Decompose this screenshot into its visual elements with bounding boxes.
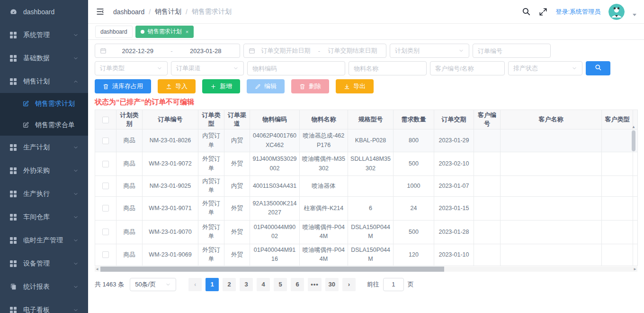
fullscreen-icon[interactable]: [539, 8, 547, 16]
cell-order-type: 外贸订单: [198, 196, 224, 220]
close-icon[interactable]: ×: [186, 29, 188, 35]
button-label: 编辑: [264, 82, 277, 91]
page-button-5[interactable]: 5: [274, 278, 287, 291]
row-checkbox[interactable]: [102, 205, 109, 212]
next-page-button[interactable]: ›: [342, 278, 356, 291]
cell-spec-model: [348, 176, 394, 197]
sidebar-item-sales-plan[interactable]: 销售计划: [0, 70, 88, 93]
scroll-right-arrow[interactable]: ►: [633, 267, 637, 272]
chevron-down-icon: [73, 55, 79, 61]
plan-type-select[interactable]: 计划类别: [390, 44, 469, 58]
grid-icon: [9, 32, 17, 38]
sidebar-item-label: 销售需求计划: [35, 100, 79, 108]
sidebar-item-label: 外协采购: [23, 166, 73, 175]
order-channel-select[interactable]: 订单渠道: [171, 61, 244, 75]
col-order-no: 订单编号: [143, 110, 198, 129]
scroll-up-arrow[interactable]: ▲: [631, 125, 636, 129]
row-checkbox[interactable]: [102, 251, 109, 258]
search-button[interactable]: [586, 61, 610, 75]
page-button-3[interactable]: 3: [240, 278, 253, 291]
prev-page-button[interactable]: ‹: [188, 278, 202, 291]
sidebar-item-dashboard[interactable]: dashboard: [0, 0, 88, 23]
delivery-date-range-picker[interactable]: 订单交期开始日期 - 订单交期结束日期: [243, 44, 386, 58]
order-type-select[interactable]: 订单类型: [95, 61, 168, 75]
sidebar-item-label: 临时生产管理: [23, 236, 73, 245]
cell-customer-no: [474, 176, 501, 197]
sidebar-item-label: 生产执行: [23, 190, 73, 198]
table-row[interactable]: 商品NM-23-01-9025内贸订单内贸40011S034A431喷油器体10…: [95, 176, 638, 197]
grid-icon: [9, 237, 17, 244]
tab-active销售需求计划[interactable]: 销售需求计划×: [135, 26, 194, 38]
pencil-icon: [255, 83, 261, 90]
sidebar-item-sales-demand-merge[interactable]: 销售需求合单: [0, 114, 88, 136]
sidebar-item-production-plan[interactable]: 生产计划: [0, 136, 88, 159]
table-row[interactable]: 商品WM-23-01-9069外贸订单外贸01P400044M9116喷油嘴偶件…: [95, 244, 638, 266]
date-start-placeholder: 订单交期开始日期: [257, 46, 314, 55]
page-button-30[interactable]: 30: [325, 278, 339, 291]
sidebar-item-stats-report[interactable]: 统计报表: [0, 275, 88, 298]
cell-order-channel: 内贸: [224, 129, 250, 152]
order-no-input[interactable]: [473, 44, 551, 58]
date-end-placeholder: 订单交期结束日期: [324, 46, 381, 55]
edit-button[interactable]: 编辑: [247, 79, 285, 93]
horizontal-scrollbar: ◄ ►: [95, 267, 637, 272]
sidebar-item-e-board[interactable]: 电子看板: [0, 298, 88, 313]
breadcrumb-item[interactable]: dashboard: [113, 8, 144, 16]
page-button-4[interactable]: 4: [257, 278, 270, 291]
col-material-code: 物料编码: [250, 110, 300, 129]
avatar[interactable]: [608, 4, 625, 20]
cell-order-no: NM-23-01-8026: [143, 129, 198, 152]
cell-customer-type: [602, 220, 633, 244]
table-row[interactable]: 商品NM-23-01-8026内贸订单内贸04062P4001760XC462喷…: [95, 129, 638, 152]
tags-view-bar: dashboard销售需求计划×: [88, 24, 644, 40]
import-button[interactable]: 导入: [158, 79, 196, 93]
material-name-input[interactable]: [349, 61, 427, 75]
sidebar-item-workshop-warehouse[interactable]: 车间仓库: [0, 205, 88, 229]
login-user-label[interactable]: 登录:系统管理员: [555, 8, 600, 16]
scroll-left-arrow[interactable]: ◄: [95, 267, 99, 272]
schedule-status-select[interactable]: 排产状态: [508, 61, 582, 75]
delete-button[interactable]: 删除: [291, 79, 329, 93]
sidebar-item-sales-demand-plan[interactable]: 销售需求计划: [0, 93, 88, 114]
chevron-down-icon: [73, 145, 79, 150]
col-order-type: 订单类型: [198, 110, 224, 129]
page-button-1[interactable]: 1: [206, 278, 219, 291]
select-all-checkbox[interactable]: [102, 117, 109, 123]
add-button[interactable]: 新增: [202, 79, 240, 93]
goto-page-input[interactable]: [383, 278, 404, 291]
table-row[interactable]: 商品WM-23-01-9070外贸订单外贸01P400044M9002喷油嘴偶件…: [95, 220, 638, 244]
horizontal-scrollbar-thumb[interactable]: [100, 267, 444, 272]
select-placeholder: 订单类型: [100, 64, 125, 73]
more-pages-button[interactable]: •••: [308, 278, 322, 291]
breadcrumb-item[interactable]: 销售计划: [155, 8, 181, 16]
customer-input[interactable]: [430, 61, 505, 75]
table-row[interactable]: 商品WM-23-01-9072外贸订单外贸91J400M353029002喷油嘴…: [95, 152, 638, 176]
sidebar-item-temp-production-mgmt[interactable]: 临时生产管理: [0, 229, 88, 252]
sidebar-collapse-icon[interactable]: [96, 7, 105, 16]
chevron-down-icon[interactable]: [633, 14, 636, 16]
page-size-select[interactable]: 50条/页: [130, 278, 176, 291]
search-icon[interactable]: [522, 7, 531, 16]
page-button-6[interactable]: 6: [291, 278, 304, 291]
sidebar-item-outsourcing-purchase[interactable]: 外协采购: [0, 159, 88, 182]
plus-icon: [210, 83, 216, 90]
sidebar-item-equipment-mgmt[interactable]: 设备管理: [0, 252, 88, 275]
row-checkbox[interactable]: [102, 229, 109, 235]
sidebar-item-production-exec[interactable]: 生产执行: [0, 182, 88, 205]
cell-order-no: WM-23-01-9071: [143, 196, 198, 220]
material-code-input[interactable]: [247, 61, 345, 75]
vertical-scrollbar-thumb[interactable]: [632, 130, 635, 151]
breadcrumb-item-current: 销售需求计划: [192, 8, 232, 16]
table-row[interactable]: 商品WM-23-01-9071外贸订单外贸92A135000K2142027柱塞…: [95, 196, 638, 220]
clear-stock-occupy-button[interactable]: 清库存占用: [95, 79, 151, 93]
row-checkbox[interactable]: [102, 138, 109, 144]
page-button-2[interactable]: 2: [223, 278, 236, 291]
tab-dashboard[interactable]: dashboard: [95, 26, 133, 38]
sidebar-item-system-mgmt[interactable]: 系统管理: [0, 23, 88, 46]
row-checkbox[interactable]: [102, 161, 109, 167]
export-button[interactable]: 导出: [336, 79, 374, 93]
sidebar-item-base-data[interactable]: 基础数据: [0, 46, 88, 70]
cell-customer-type: [602, 152, 633, 176]
create-date-range-picker[interactable]: 2022-12-29 - 2023-01-28: [95, 44, 240, 58]
row-checkbox[interactable]: [102, 183, 109, 189]
